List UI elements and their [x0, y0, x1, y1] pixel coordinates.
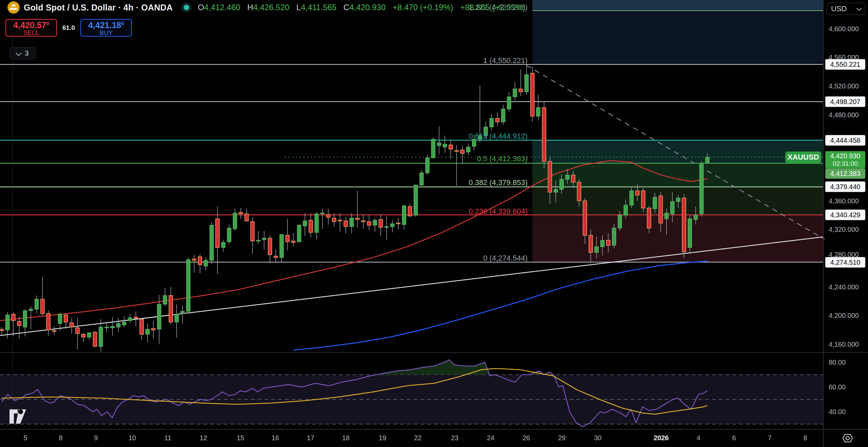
candle-down	[268, 238, 272, 255]
time-axis-label[interactable]: 2026	[654, 434, 669, 442]
candle-up	[513, 89, 517, 97]
rsi-axis-label[interactable]: 40.00	[829, 408, 846, 416]
chevron-down-icon	[856, 5, 862, 11]
candle-down	[309, 220, 313, 232]
candle-up	[99, 327, 103, 346]
time-axis-label[interactable]: 22	[414, 434, 421, 442]
candle-up	[186, 260, 190, 311]
candle-up	[525, 75, 529, 92]
time-axis-label[interactable]: 18	[342, 434, 350, 442]
time-axis-label[interactable]: 9	[94, 434, 98, 442]
price-axis-label[interactable]: 4,600.000	[829, 25, 859, 33]
indicators-collapse-button[interactable]: 3	[9, 47, 36, 59]
candle-down	[41, 299, 44, 313]
price-axis-label[interactable]: 4,240.000	[829, 283, 859, 291]
candle-down	[251, 222, 254, 241]
candle-up	[507, 97, 511, 109]
tradingview-logo-icon[interactable]	[9, 409, 27, 426]
time-axis-label[interactable]: 6	[732, 434, 736, 442]
market-status-icon[interactable]	[181, 2, 192, 13]
indicator-count: 3	[25, 49, 29, 57]
price-axis-label[interactable]: 4,160.000	[829, 341, 859, 348]
buy-button[interactable]: 4,421.180 BUY	[80, 19, 132, 37]
candle-up	[23, 310, 27, 327]
symbol-header: Gold Spot / U.S. Dollar · 4h · OANDA O4,…	[7, 1, 530, 14]
candle-down	[379, 220, 383, 227]
rsi-axis-label[interactable]: 60.00	[829, 383, 846, 391]
time-axis-label[interactable]: 7	[768, 434, 771, 442]
candle-down	[70, 323, 74, 327]
candle-down	[531, 73, 534, 116]
time-axis-label[interactable]: 24	[487, 434, 494, 442]
time-axis-label[interactable]: 8	[803, 434, 807, 442]
price-axis-label[interactable]: 4,520.000	[829, 82, 859, 90]
time-axis-label[interactable]: 16	[272, 434, 279, 442]
candle-up	[35, 299, 39, 309]
candle-up	[373, 220, 377, 225]
candle-down	[93, 332, 97, 346]
candle-down	[542, 107, 546, 161]
price-axis-label[interactable]: 4,320.000	[829, 226, 859, 233]
candle-up	[122, 322, 126, 325]
candle-down	[134, 317, 138, 319]
time-axis-label[interactable]: 26	[522, 434, 530, 442]
spread-value: 61.0	[62, 24, 75, 32]
candle-up	[653, 197, 657, 209]
change-value: +8.470 (+0.19%)	[393, 3, 453, 12]
candle-down	[332, 218, 336, 222]
ma-200-line	[294, 261, 707, 350]
candle-up	[688, 219, 692, 248]
candle-up	[706, 157, 709, 163]
time-axis-label[interactable]: 5	[23, 434, 27, 442]
high-value: 4,426.520	[253, 3, 290, 12]
chevron-down-icon	[16, 49, 22, 56]
candle-up	[29, 309, 33, 310]
currency-label: USD	[831, 4, 847, 13]
candle-up	[87, 333, 91, 337]
price-line-label-box: 4,550.221	[825, 59, 865, 70]
open-value: 4,412.460	[204, 3, 240, 12]
candle-down	[285, 235, 289, 242]
price-line-label-box: 4,498.207	[825, 97, 865, 107]
time-axis-label[interactable]: 8	[59, 434, 62, 442]
time-axis-label[interactable]: 4	[696, 434, 700, 442]
candle-down	[571, 175, 575, 182]
candle-down	[52, 331, 56, 332]
time-axis-label[interactable]: 17	[307, 434, 314, 442]
timezone-settings-icon[interactable]	[841, 433, 854, 445]
gold-symbol-icon[interactable]	[7, 1, 20, 14]
time-axis-label[interactable]: 11	[164, 434, 172, 442]
symbol-title[interactable]: Gold Spot / U.S. Dollar · 4h · OANDA	[24, 3, 173, 13]
candle-down	[356, 218, 359, 219]
candle-up	[700, 163, 704, 214]
candle-up	[146, 329, 150, 334]
rsi-axis-label[interactable]: 80.00	[829, 359, 846, 366]
fib-zone-band	[532, 11, 823, 64]
candle-down	[361, 221, 365, 222]
price-axis-label[interactable]: 4,200.000	[829, 312, 859, 320]
fib-zone-band	[532, 163, 823, 187]
candle-down	[367, 222, 371, 225]
candle-down	[344, 221, 348, 227]
candle-up	[181, 311, 184, 313]
symbol-price-tag[interactable]: XAUUSD	[785, 151, 821, 163]
price-axis-label[interactable]: 4,480.000	[829, 111, 859, 119]
candle-up	[554, 189, 558, 192]
candle-up	[443, 144, 447, 147]
time-axis-label[interactable]: 12	[200, 434, 207, 442]
close-value: 4,420.930	[349, 3, 386, 12]
candle-up	[350, 218, 354, 226]
time-axis-label[interactable]: 15	[237, 434, 244, 442]
time-axis-label[interactable]: 29	[558, 434, 566, 442]
time-axis-label[interactable]: 10	[129, 434, 136, 442]
time-axis-label[interactable]: 19	[379, 434, 386, 442]
time-axis-label[interactable]: 23	[451, 434, 458, 442]
price-scale-currency-dropdown[interactable]: USD	[827, 3, 865, 15]
candle-up	[221, 242, 225, 247]
price-chart[interactable]	[0, 0, 868, 447]
sell-button[interactable]: 4,420.570 SELL	[5, 19, 57, 37]
candle-down	[140, 319, 143, 334]
price-axis-label[interactable]: 4,360.000	[829, 197, 859, 205]
trade-panel: 4,420.570 SELL 61.0 4,421.180 BUY	[5, 19, 132, 37]
time-axis-label[interactable]: 30	[594, 434, 601, 442]
